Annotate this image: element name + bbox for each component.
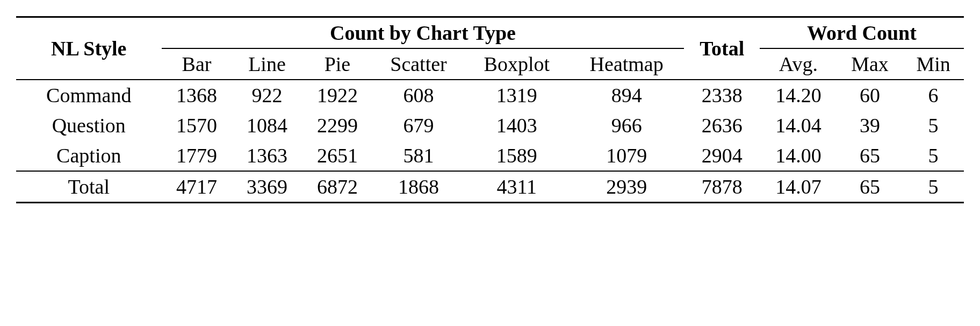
col-header-max: Max	[837, 48, 903, 80]
cell-total: 2904	[684, 140, 760, 171]
cell-min: 6	[903, 80, 964, 110]
col-header-min: Min	[903, 48, 964, 80]
cell-pie: 2651	[302, 140, 372, 171]
cell-max: 65	[837, 171, 903, 203]
stats-table: NL Style Count by Chart Type Total Word …	[16, 16, 964, 203]
cell-bar: 1779	[162, 140, 232, 171]
cell-bar: 1368	[162, 80, 232, 110]
cell-pie: 1922	[302, 80, 372, 110]
cell-max: 60	[837, 80, 903, 110]
row-label-total: Total	[16, 171, 162, 203]
col-header-boxplot: Boxplot	[465, 48, 569, 80]
cell-max: 65	[837, 140, 903, 171]
cell-bar: 1570	[162, 110, 232, 140]
cell-line: 1363	[232, 140, 302, 171]
cell-pie: 2299	[302, 110, 372, 140]
cell-line: 922	[232, 80, 302, 110]
cell-boxplot: 1403	[465, 110, 569, 140]
group-header-count: Count by Chart Type	[162, 17, 684, 49]
cell-scatter: 679	[372, 110, 464, 140]
cell-avg: 14.00	[760, 140, 837, 171]
cell-line: 3369	[232, 171, 302, 203]
col-header-nl-style: NL Style	[16, 17, 162, 80]
cell-boxplot: 1319	[465, 80, 569, 110]
row-label: Caption	[16, 140, 162, 171]
cell-min: 5	[903, 110, 964, 140]
cell-avg: 14.04	[760, 110, 837, 140]
col-header-total: Total	[684, 17, 760, 80]
cell-bar: 4717	[162, 171, 232, 203]
cell-heatmap: 966	[569, 110, 684, 140]
cell-scatter: 608	[372, 80, 464, 110]
cell-line: 1084	[232, 110, 302, 140]
cell-boxplot: 4311	[465, 171, 569, 203]
cell-heatmap: 1079	[569, 140, 684, 171]
row-label: Question	[16, 110, 162, 140]
cell-heatmap: 894	[569, 80, 684, 110]
col-header-line: Line	[232, 48, 302, 80]
header-row-1: NL Style Count by Chart Type Total Word …	[16, 17, 964, 49]
cell-total: 7878	[684, 171, 760, 203]
cell-scatter: 1868	[372, 171, 464, 203]
table-row: Caption 1779 1363 2651 581 1589 1079 290…	[16, 140, 964, 171]
table-row: Command 1368 922 1922 608 1319 894 2338 …	[16, 80, 964, 110]
row-label: Command	[16, 80, 162, 110]
col-header-avg: Avg.	[760, 48, 837, 80]
table-row: Question 1570 1084 2299 679 1403 966 263…	[16, 110, 964, 140]
cell-min: 5	[903, 171, 964, 203]
cell-total: 2338	[684, 80, 760, 110]
cell-total: 2636	[684, 110, 760, 140]
cell-pie: 6872	[302, 171, 372, 203]
cell-scatter: 581	[372, 140, 464, 171]
cell-min: 5	[903, 140, 964, 171]
cell-boxplot: 1589	[465, 140, 569, 171]
cell-avg: 14.07	[760, 171, 837, 203]
cell-heatmap: 2939	[569, 171, 684, 203]
col-header-bar: Bar	[162, 48, 232, 80]
col-header-scatter: Scatter	[372, 48, 464, 80]
group-header-wordcount: Word Count	[760, 17, 964, 49]
col-header-heatmap: Heatmap	[569, 48, 684, 80]
col-header-pie: Pie	[302, 48, 372, 80]
total-row: Total 4717 3369 6872 1868 4311 2939 7878…	[16, 171, 964, 203]
cell-max: 39	[837, 110, 903, 140]
cell-avg: 14.20	[760, 80, 837, 110]
